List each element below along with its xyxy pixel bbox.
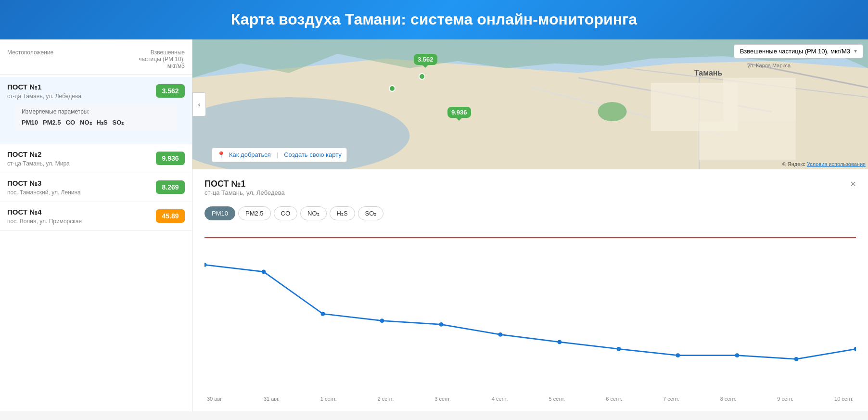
- param-pm25: PM2.5: [43, 119, 61, 126]
- svg-text:Тамань: Тамань: [694, 68, 723, 76]
- popup-title-area: ПОСТ №1 ст-ца Тамань, ул. Лебедева: [204, 179, 285, 204]
- param-so2: SO₂: [113, 119, 124, 126]
- chart-svg-wrapper: [204, 228, 856, 387]
- popup-subtitle: ст-ца Тамань, ул. Лебедева: [204, 189, 285, 196]
- map-marker-2[interactable]: 9.936: [447, 107, 471, 118]
- map-dot-1: [389, 85, 396, 92]
- map-directions-bar: 📍 Как добраться | Создать свою карту: [212, 148, 347, 162]
- map-dot-2: [419, 73, 425, 80]
- svg-point-18: [380, 318, 384, 323]
- yandex-copyright: © Яндекс Условия использования: [782, 161, 866, 167]
- tab-h2s[interactable]: H₂S: [330, 206, 355, 220]
- yandex-conditions-link[interactable]: Условия использования: [807, 161, 866, 167]
- post-item-2[interactable]: ПОСТ №2 ст-ца Тамань, ул. Мира 9.936: [0, 144, 192, 173]
- svg-rect-10: [699, 121, 796, 160]
- svg-point-17: [320, 311, 325, 316]
- tab-no2[interactable]: NO₂: [300, 206, 327, 220]
- param-h2s: H₂S: [97, 119, 108, 126]
- post4-title: ПОСТ №4: [7, 208, 82, 216]
- tabs-row: PM10 PM2.5 CO NO₂ H₂S SO₂: [204, 206, 856, 220]
- svg-text:ул. Карла Маркса: ул. Карла Маркса: [747, 62, 791, 68]
- x-label-4: 3 сент.: [434, 396, 451, 402]
- popup-header: ПОСТ №1 ст-ца Тамань, ул. Лебедева ×: [204, 179, 856, 204]
- sidebar-col-value: Взвешенные частицы (РМ 10), мкг/м3: [127, 49, 185, 69]
- map-marker-1[interactable]: 3.562: [414, 54, 437, 65]
- map-dropdown[interactable]: Взвешенные частицы (РМ 10), мкг/М3: [734, 44, 863, 58]
- main-layout: Местоположение Взвешенные частицы (РМ 10…: [0, 39, 868, 411]
- x-label-0: 30 авг.: [207, 396, 223, 402]
- post4-badge: 45.89: [156, 209, 185, 223]
- svg-point-24: [735, 353, 739, 357]
- param-co: CO: [66, 119, 76, 126]
- sidebar-header: Местоположение Взвешенные частицы (РМ 10…: [0, 44, 192, 75]
- pin-icon: 📍: [217, 151, 225, 159]
- popup-panel: ПОСТ №1 ст-ца Тамань, ул. Лебедева × PM1…: [192, 169, 868, 411]
- svg-point-16: [261, 269, 266, 274]
- chart-x-axis: 30 авг. 31 авг. 1 сент. 2 сент. 3 сент. …: [204, 396, 856, 402]
- x-label-6: 5 сент.: [549, 396, 565, 402]
- svg-point-25: [794, 357, 798, 361]
- svg-rect-9: [723, 77, 795, 121]
- x-label-8: 7 сент.: [663, 396, 679, 402]
- param-no2: NO₂: [80, 119, 92, 126]
- chart-container: 30 авг. 31 авг. 1 сент. 2 сент. 3 сент. …: [204, 228, 856, 402]
- params-tags: PM10 PM2.5 CO NO₂ H₂S SO₂: [22, 119, 170, 126]
- map-dropdown-label: Взвешенные частицы (РМ 10), мкг/М3: [740, 48, 850, 55]
- x-label-7: 6 сент.: [606, 396, 622, 402]
- right-panel: Тамань ул. Карла Маркса ‹ Взвешенные час…: [192, 39, 868, 411]
- post-item-4[interactable]: ПОСТ №4 пос. Волна, ул. Приморская 45.89: [0, 202, 192, 231]
- tab-so2[interactable]: SO₂: [358, 206, 384, 220]
- popup-title: ПОСТ №1: [204, 179, 285, 189]
- map-area: Тамань ул. Карла Маркса ‹ Взвешенные час…: [192, 39, 868, 169]
- params-label: Измеряемые параметры:: [22, 108, 170, 115]
- post1-title: ПОСТ №1: [7, 83, 81, 91]
- post2-badge: 9.936: [156, 152, 185, 165]
- x-label-5: 4 сент.: [492, 396, 508, 402]
- post-item-1[interactable]: ПОСТ №1 ст-ца Тамань, ул. Лебедева 3.562…: [0, 77, 192, 144]
- page-header: Карта воздуха Тамани: система онлайн-мон…: [0, 0, 868, 39]
- chart-svg: [204, 228, 856, 387]
- post-item-3[interactable]: ПОСТ №3 пос. Таманский, ул. Ленина 8.269: [0, 173, 192, 202]
- tab-pm25[interactable]: PM2.5: [238, 206, 271, 220]
- post1-badge: 3.562: [156, 84, 185, 98]
- x-label-9: 8 сент.: [720, 396, 737, 402]
- post3-badge: 8.269: [156, 180, 185, 194]
- popup-close-button[interactable]: ×: [850, 179, 856, 189]
- x-label-10: 9 сент.: [777, 396, 793, 402]
- x-label-2: 1 сент.: [320, 396, 337, 402]
- x-label-1: 31 авг.: [264, 396, 280, 402]
- post1-address: ст-ца Тамань, ул. Лебедева: [7, 93, 81, 100]
- svg-point-23: [676, 353, 680, 357]
- post1-params-box: Измеряемые параметры: PM10 PM2.5 CO NO₂ …: [14, 103, 178, 131]
- svg-point-21: [557, 340, 562, 344]
- svg-point-22: [616, 346, 621, 351]
- post3-title: ПОСТ №3: [7, 179, 81, 187]
- svg-point-26: [854, 346, 856, 351]
- param-pm10: PM10: [22, 119, 38, 126]
- x-label-3: 2 сент.: [378, 396, 394, 402]
- sidebar-col-location: Местоположение: [7, 49, 127, 69]
- post4-address: пос. Волна, ул. Приморская: [7, 218, 82, 225]
- post2-address: ст-ца Тамань, ул. Мира: [7, 160, 70, 167]
- directions-link[interactable]: Как добраться: [229, 151, 271, 158]
- tab-co[interactable]: CO: [274, 206, 298, 220]
- post2-title: ПОСТ №2: [7, 150, 70, 158]
- svg-point-15: [204, 263, 207, 267]
- sidebar: Местоположение Взвешенные частицы (РМ 10…: [0, 39, 192, 411]
- x-label-11: 10 сент.: [834, 396, 854, 402]
- map-collapse-button[interactable]: ‹: [192, 92, 206, 116]
- svg-point-19: [439, 322, 443, 327]
- post3-address: пос. Таманский, ул. Ленина: [7, 189, 81, 196]
- header-title: Карта воздуха Тамани: система онлайн-мон…: [231, 11, 637, 28]
- tab-pm10[interactable]: PM10: [204, 206, 235, 220]
- svg-point-12: [598, 102, 626, 121]
- create-map-link[interactable]: Создать свою карту: [284, 151, 342, 158]
- svg-point-20: [498, 332, 502, 337]
